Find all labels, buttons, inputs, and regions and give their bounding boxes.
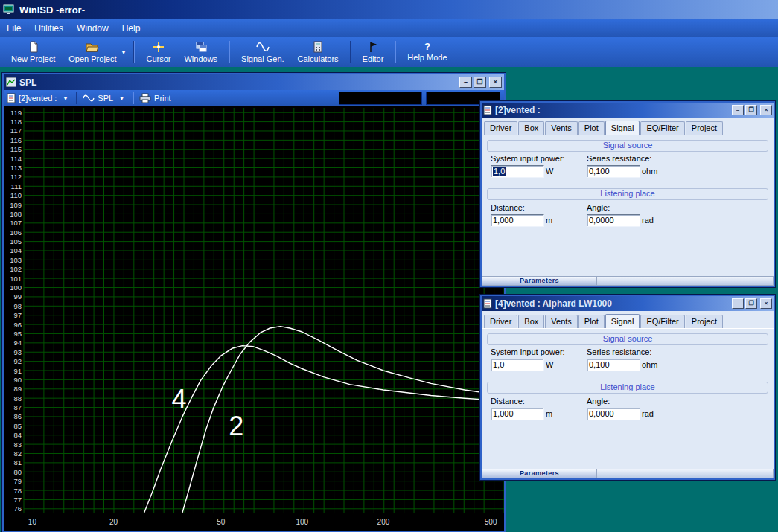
project-window-icon xyxy=(483,105,492,115)
series-resistance-field[interactable]: 0,100 xyxy=(587,359,640,371)
maximize-button[interactable]: ❐ xyxy=(474,77,486,88)
new-project-button[interactable]: New Project xyxy=(4,37,62,67)
plot-select-dropdown[interactable]: ▼ xyxy=(116,96,127,101)
system-input-power-field[interactable]: 1,0 xyxy=(491,165,544,178)
tab-vents[interactable]: Vents xyxy=(545,121,578,135)
close-button[interactable]: × xyxy=(760,105,772,115)
svg-text:108: 108 xyxy=(10,210,22,218)
minimize-button[interactable]: – xyxy=(732,298,744,309)
minimize-button[interactable]: – xyxy=(732,105,744,115)
svg-text:114: 114 xyxy=(10,155,22,163)
tab-eq-filter[interactable]: EQ/Filter xyxy=(640,121,684,135)
distance-field[interactable]: 1,000 xyxy=(491,408,544,420)
distance-field[interactable]: 1,000 xyxy=(491,214,544,227)
cursor-button[interactable]: Cursor xyxy=(139,37,177,67)
param-tabs: Driver Box Vents Plot Signal EQ/Filter P… xyxy=(482,118,774,135)
angle-label: Angle: xyxy=(587,203,610,212)
windows-button[interactable]: Windows xyxy=(177,37,224,67)
menu-file[interactable]: File xyxy=(0,21,28,36)
cursor-icon xyxy=(153,41,165,53)
system-input-power-field[interactable]: 1,0 xyxy=(491,359,544,371)
svg-text:78: 78 xyxy=(13,487,22,495)
close-button[interactable]: × xyxy=(489,77,502,88)
toolbar-separator xyxy=(133,92,134,104)
angle-field[interactable]: 0,0000 xyxy=(587,408,640,420)
tab-box[interactable]: Box xyxy=(518,121,544,135)
svg-text:76: 76 xyxy=(13,504,22,513)
tab-signal[interactable]: Signal xyxy=(605,314,640,328)
editor-button[interactable]: Editor xyxy=(356,37,391,67)
parameters-header[interactable]: Parameters xyxy=(482,276,597,286)
tab-plot[interactable]: Plot xyxy=(578,121,605,135)
tab-driver[interactable]: Driver xyxy=(484,315,517,328)
plot-select-value[interactable]: SPL xyxy=(98,94,113,103)
driver-select-dropdown[interactable]: ▼ xyxy=(60,96,71,101)
param-window-titlebar[interactable]: [2]vented : – ❐ × xyxy=(482,103,774,118)
tab-driver[interactable]: Driver xyxy=(484,121,517,135)
svg-text:100: 100 xyxy=(10,283,22,292)
app-titlebar[interactable]: WinISD -error- xyxy=(0,0,778,19)
listening-place-group-header: Listening place xyxy=(487,382,768,394)
open-project-icon xyxy=(86,41,99,53)
svg-text:89: 89 xyxy=(13,385,22,393)
svg-text:94: 94 xyxy=(13,339,22,347)
signal-gen-icon xyxy=(256,41,270,53)
tab-eq-filter[interactable]: EQ/Filter xyxy=(640,315,684,328)
open-project-dropdown[interactable]: ▼ xyxy=(118,37,130,67)
caption-buttons: – ❐ × xyxy=(730,105,772,115)
minimize-button[interactable]: – xyxy=(459,77,472,88)
svg-text:84: 84 xyxy=(13,431,22,439)
maximize-button[interactable]: ❐ xyxy=(745,298,757,309)
parameters-header[interactable]: Parameters xyxy=(482,469,597,478)
svg-text:116: 116 xyxy=(10,136,22,144)
param-window-2-vented: [2]vented : – ❐ × Driver Box Vents Plot … xyxy=(480,101,775,287)
series-resistance-field[interactable]: 0,100 xyxy=(587,165,640,178)
svg-text:102: 102 xyxy=(10,265,22,273)
menu-utilities[interactable]: Utilities xyxy=(28,21,70,36)
spl-titlebar[interactable]: SPL – ❐ × xyxy=(4,74,504,90)
help-mode-button[interactable]: ? Help Mode xyxy=(401,37,453,67)
spl-toolbar: [2]vented : ▼ SPL ▼ Print xyxy=(4,90,504,106)
tab-plot[interactable]: Plot xyxy=(578,315,605,328)
svg-text:106: 106 xyxy=(10,228,22,237)
angle-field[interactable]: 0,0000 xyxy=(587,214,640,227)
new-project-icon xyxy=(28,41,39,53)
mdi-client-area: SPL – ❐ × [2]vented : ▼ SPL ▼ Print xyxy=(0,67,778,532)
tab-project[interactable]: Project xyxy=(686,121,723,135)
power-unit: W xyxy=(546,360,553,369)
param-window-titlebar[interactable]: [4]vented : Alphard LW1000 – ❐ × xyxy=(482,296,774,311)
spl-window-icon xyxy=(6,77,16,87)
param-window-title: [2]vented : xyxy=(495,105,541,115)
spl-chart[interactable]: 1191181171161151141131121111101091081071… xyxy=(4,106,504,531)
open-project-button[interactable]: Open Project xyxy=(62,37,118,67)
toolbar-separator xyxy=(133,41,135,63)
svg-text:113: 113 xyxy=(10,164,22,172)
tab-vents[interactable]: Vents xyxy=(545,315,578,328)
signal-gen-button[interactable]: Signal Gen. xyxy=(235,37,290,67)
param-window-title: [4]vented : Alphard LW1000 xyxy=(495,298,612,309)
maximize-button[interactable]: ❐ xyxy=(745,105,757,115)
dropdown-icon: ▼ xyxy=(63,96,68,101)
svg-text:99: 99 xyxy=(13,292,22,301)
svg-text:50: 50 xyxy=(217,518,226,526)
svg-text:98: 98 xyxy=(13,302,22,310)
svg-text:115: 115 xyxy=(10,145,22,153)
menu-help[interactable]: Help xyxy=(115,21,147,36)
spl-window-title: SPL xyxy=(19,77,36,88)
parameters-scrollbar[interactable] xyxy=(597,276,774,286)
tab-project[interactable]: Project xyxy=(686,315,723,328)
tab-box[interactable]: Box xyxy=(518,315,544,328)
svg-text:87: 87 xyxy=(13,403,22,411)
help-mode-icon: ? xyxy=(424,42,430,51)
close-button[interactable]: × xyxy=(760,298,772,309)
dropdown-icon: ▼ xyxy=(119,96,124,101)
tab-signal[interactable]: Signal xyxy=(605,121,640,135)
menu-window[interactable]: Window xyxy=(70,21,115,36)
driver-select-value[interactable]: [2]vented : xyxy=(19,94,57,103)
parameters-scrollbar[interactable] xyxy=(597,469,774,478)
distance-label: Distance: xyxy=(491,397,525,406)
calculators-button[interactable]: Calculators xyxy=(291,37,345,67)
svg-text:96: 96 xyxy=(13,321,22,329)
svg-text:109: 109 xyxy=(10,201,22,209)
print-button[interactable]: Print xyxy=(154,94,171,103)
